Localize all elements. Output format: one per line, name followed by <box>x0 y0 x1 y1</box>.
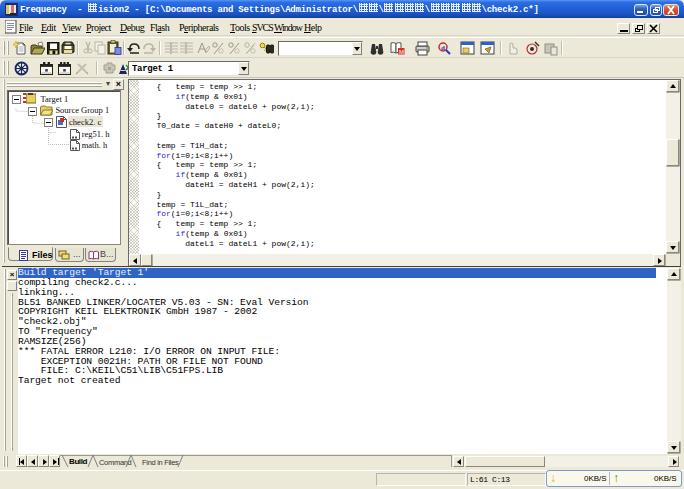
svg-text:M: M <box>399 49 404 55</box>
svg-text:d: d <box>441 44 445 52</box>
